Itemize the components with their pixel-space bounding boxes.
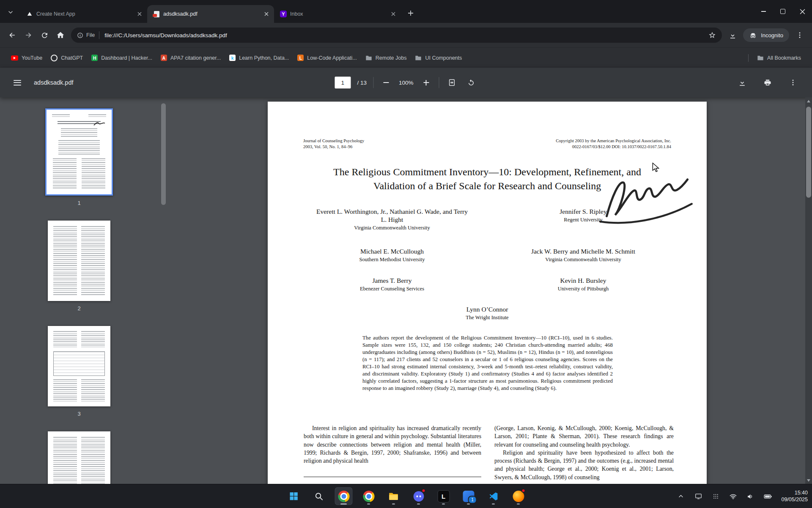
tab-inbox[interactable]: Y Inbox	[274, 5, 401, 23]
tab-pdf-active[interactable]: adsdksadk.pdf	[147, 5, 274, 23]
bookmark-lowcode[interactable]: L Low-Code Applicati...	[293, 52, 361, 64]
url-text: file:///C:/Users/samsu/Downloads/adsdksa…	[104, 32, 708, 39]
battery-icon	[763, 492, 772, 501]
bookmark-star-button[interactable]	[708, 31, 716, 39]
thumbnail-image[interactable]	[48, 326, 110, 406]
taskbar-vscode[interactable]	[485, 487, 502, 505]
fit-page-button[interactable]	[446, 76, 458, 89]
browser-toolbar: File file:///C:/Users/samsu/Downloads/ad…	[0, 23, 812, 47]
running-indicator	[340, 503, 347, 505]
running-indicator	[492, 503, 495, 505]
download-icon	[738, 78, 746, 87]
incognito-badge: Incognito	[743, 28, 789, 42]
chrome-icon	[362, 489, 376, 503]
thumbnail-page-3[interactable]: 3	[48, 326, 110, 417]
tab-close-button[interactable]	[135, 10, 144, 18]
folder-icon	[415, 55, 422, 61]
new-tab-button[interactable]	[404, 7, 417, 19]
taskbar-l-app[interactable]: L	[435, 487, 453, 505]
bookmark-folder-remote-jobs[interactable]: Remote Jobs	[361, 52, 411, 64]
tab-close-button[interactable]	[262, 10, 271, 18]
scroll-up-arrow-icon[interactable]	[807, 100, 810, 102]
vscode-icon	[488, 491, 499, 502]
tray-grid-button[interactable]	[710, 490, 721, 502]
thumbnail-page-1[interactable]: 1	[45, 108, 113, 206]
main-scrollbar[interactable]	[805, 97, 812, 484]
taskbar-file-explorer[interactable]	[385, 487, 403, 505]
pdf-favicon-icon	[153, 11, 160, 17]
page-number-input[interactable]	[335, 77, 351, 88]
home-button[interactable]	[52, 27, 69, 43]
all-bookmarks-button[interactable]: All Bookmarks	[753, 52, 805, 64]
tray-volume-button[interactable]	[745, 490, 756, 502]
bookmark-folder-ui-components[interactable]: UI Components	[411, 52, 466, 64]
thumbnail-image[interactable]	[48, 431, 110, 484]
reload-button[interactable]	[36, 27, 52, 43]
info-icon	[77, 32, 83, 39]
tab-search-button[interactable]	[4, 6, 17, 19]
rotate-button[interactable]	[465, 76, 477, 89]
plus-icon	[423, 80, 429, 86]
downloads-button[interactable]	[724, 27, 741, 43]
scroll-down-arrow-icon[interactable]	[807, 479, 810, 482]
star-icon	[708, 31, 716, 39]
thumbnail-page-2[interactable]: 2	[48, 221, 110, 312]
hamburger-icon	[14, 80, 21, 86]
site-info-chip[interactable]: File	[77, 32, 95, 39]
thumbnail-image[interactable]	[48, 221, 110, 301]
taskbar-discord[interactable]	[410, 487, 428, 505]
running-indicator	[392, 503, 395, 505]
forward-button[interactable]	[20, 27, 36, 43]
scrollbar-thumb[interactable]	[806, 107, 811, 198]
kebab-menu-icon	[796, 31, 804, 39]
tray-battery-button[interactable]	[762, 490, 773, 502]
sidebar-scrollbar-thumb[interactable]	[161, 103, 166, 205]
incognito-label: Incognito	[761, 32, 783, 39]
bookmark-youtube[interactable]: YouTube	[7, 52, 47, 64]
thumbnail-page-4[interactable]: 4	[48, 431, 110, 484]
address-bar[interactable]: File file:///C:/Users/samsu/Downloads/ad…	[71, 28, 722, 43]
taskbar-search-button[interactable]	[310, 487, 328, 505]
tray-hidden-icons-button[interactable]	[675, 490, 686, 502]
thumbnail-page-number: 1	[77, 200, 80, 206]
pdf-download-button[interactable]	[736, 76, 749, 89]
start-button[interactable]	[285, 487, 303, 505]
handwritten-signature	[593, 166, 696, 228]
taskbar-clock[interactable]: 15:40 09/05/2025	[779, 489, 808, 503]
tab-create-next-app[interactable]: Create Next App	[20, 5, 147, 23]
zoom-in-button[interactable]	[420, 76, 433, 89]
window-close-button[interactable]	[793, 0, 812, 23]
taskbar-chrome-active[interactable]	[335, 487, 353, 505]
taskbar-blue-app[interactable]: 1	[460, 487, 477, 505]
thumbnail-image[interactable]	[45, 108, 113, 196]
pdf-menu-button[interactable]	[11, 76, 24, 89]
tab-close-button[interactable]	[389, 10, 398, 18]
hackerrank-icon: H	[91, 55, 98, 61]
running-indicator	[367, 503, 370, 505]
bookmarks-bar: YouTube ChatGPT H Dashboard | Hacker... …	[0, 47, 812, 68]
back-button[interactable]	[4, 27, 20, 43]
window-minimize-button[interactable]	[754, 0, 773, 23]
window-maximize-button[interactable]	[773, 0, 793, 23]
tray-wifi-button[interactable]	[727, 490, 738, 502]
close-icon	[800, 9, 805, 14]
bookmark-kaggle-learn-python[interactable]: k Learn Python, Data...	[225, 52, 293, 64]
rotate-icon	[467, 79, 475, 87]
doi-line: 0022-0167/03/$12.00 DOI: 10.1037/0022-01…	[556, 144, 671, 150]
pdf-print-button[interactable]	[761, 76, 774, 89]
citation-generator-icon: A	[161, 55, 167, 61]
windows-taskbar: L 1	[0, 484, 812, 508]
tray-display-button[interactable]	[693, 490, 704, 502]
taskbar-chrome-secondary[interactable]	[360, 487, 378, 505]
notification-badge	[422, 489, 426, 493]
bookmark-hackerrank-dashboard[interactable]: H Dashboard | Hacker...	[87, 52, 156, 64]
bookmark-chatgpt[interactable]: ChatGPT	[47, 52, 87, 64]
pdf-more-button[interactable]	[787, 76, 799, 89]
page-count: / 13	[357, 80, 367, 86]
taskbar-firefox[interactable]	[510, 487, 527, 505]
bookmark-apa7-citation[interactable]: A APA7 citation gener...	[156, 52, 225, 64]
zoom-out-button[interactable]	[380, 76, 392, 89]
windows-start-icon	[289, 491, 299, 501]
browser-menu-button[interactable]	[792, 27, 808, 43]
grid-icon	[712, 493, 719, 500]
